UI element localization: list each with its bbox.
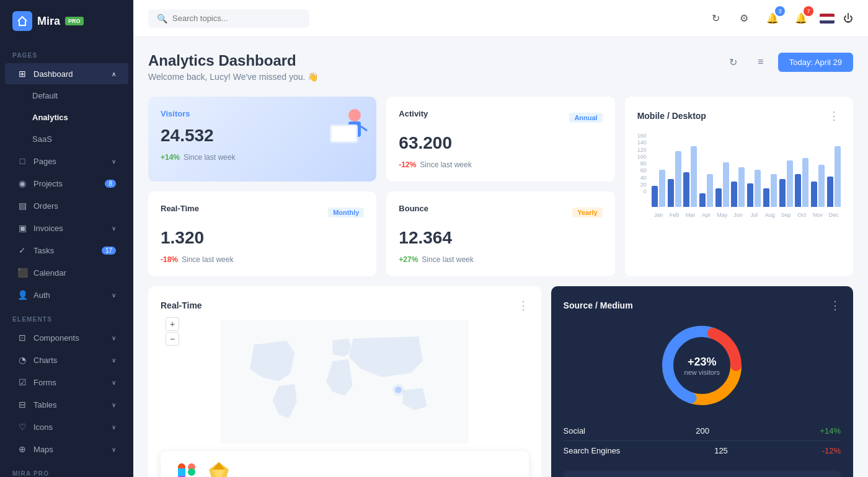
sidebar-item-pages[interactable]: □ Pages ∨	[5, 151, 128, 172]
chart-menu-button[interactable]: ⋮	[828, 109, 841, 123]
svg-point-0	[348, 109, 361, 121]
source-change-social: +14%	[820, 426, 841, 435]
source-row-social: Social 200 +14%	[564, 421, 841, 441]
sync-button[interactable]: ↻	[724, 52, 743, 72]
bar-feb	[667, 151, 681, 207]
orders-icon: ▤	[17, 201, 27, 211]
donut-center: +23% new visitors	[684, 356, 720, 376]
sidebar-label-maps: Maps	[33, 445, 53, 454]
tech-logos-dark: NEXT.js TS JS	[564, 470, 841, 477]
zoom-in-button[interactable]: +	[166, 317, 179, 331]
search-box[interactable]: 🔍	[148, 9, 309, 28]
sidebar-item-auth[interactable]: 👤 Auth ∨	[5, 284, 128, 305]
chevron-icon-auth: ∨	[112, 292, 116, 299]
components-icon: ⊡	[17, 333, 27, 343]
source-table: Social 200 +14% Search Engines 125 -12%	[564, 421, 841, 460]
realtime-label: Real-Time	[161, 204, 199, 213]
refresh-button[interactable]: ↻	[706, 9, 725, 28]
power-button[interactable]: ⏻	[843, 13, 853, 24]
sidebar-item-projects[interactable]: ◉ Projects 8	[5, 173, 128, 194]
page-header: Analytics Dashboard Welcome back, Lucy! …	[148, 52, 853, 82]
sidebar-item-invoices[interactable]: ▣ Invoices ∨	[5, 217, 128, 239]
sidebar-item-icons[interactable]: ♡ Icons ∨	[5, 416, 128, 437]
bar-may	[715, 162, 729, 207]
svg-point-8	[392, 384, 404, 396]
map-menu-button[interactable]: ⋮	[518, 299, 529, 312]
realtime-change-text: Since last week	[182, 255, 233, 264]
sidebar-label-charts: Charts	[33, 356, 57, 365]
page-header-actions: ↻ ≡ Today: April 29	[724, 52, 853, 72]
app-name: Mira	[37, 15, 60, 28]
bar-sep	[779, 160, 793, 207]
chevron-icon-charts: ∨	[112, 357, 116, 364]
sidebar-item-charts[interactable]: ◔ Charts ∨	[5, 349, 128, 370]
sidebar-item-saas[interactable]: SaaS	[5, 129, 128, 149]
chevron-icon-pages: ∨	[112, 158, 116, 165]
activity-card: Activity Annual 63.200 -12% Since last w…	[386, 97, 614, 182]
realtime-map-card: Real-Time ⋮ + −	[148, 286, 541, 477]
sidebar-item-orders[interactable]: ▤ Orders	[5, 195, 128, 216]
sidebar-label-tables: Tables	[33, 400, 57, 409]
x-label-sep: Sep	[779, 209, 793, 218]
visitors-footer: +14% Since last week	[161, 153, 364, 162]
sidebar-item-tasks[interactable]: ✓ Tasks 17	[5, 240, 128, 261]
activity-badge: Annual	[569, 113, 602, 123]
source-menu-button[interactable]: ⋮	[830, 299, 841, 312]
alerts-button[interactable]: 🔔 7	[791, 9, 811, 28]
elements-section-label: ELEMENTS	[0, 306, 133, 326]
bounce-label: Bounce	[399, 204, 428, 213]
svg-line-3	[361, 126, 367, 131]
chevron-icon-maps: ∨	[112, 446, 116, 453]
maps-icon: ⊕	[17, 444, 27, 454]
realtime-card: Real-Time Monthly 1.320 -18% Since last …	[148, 191, 376, 276]
filter-icon: ⚙	[740, 12, 748, 24]
sidebar-item-tables[interactable]: ⊟ Tables ∨	[5, 394, 128, 415]
bounce-value: 12.364	[399, 228, 602, 248]
sidebar-label-auth: Auth	[33, 291, 50, 300]
sketch-logo	[208, 461, 230, 477]
activity-change-text: Since last week	[420, 160, 471, 169]
svg-rect-12	[178, 468, 185, 476]
pages-section-label: PAGES	[0, 42, 133, 63]
bar-jul	[747, 170, 761, 207]
sidebar-item-analytics[interactable]: Analytics	[5, 107, 128, 128]
sidebar-item-components[interactable]: ⊡ Components ∨	[5, 327, 128, 348]
sidebar-item-default[interactable]: Default	[5, 85, 128, 106]
bounce-footer: +27% Since last week	[399, 255, 602, 264]
bar-chart-card: Mobile / Desktop ⋮ 160140120100806040200	[625, 97, 853, 276]
sidebar-item-dashboard[interactable]: ⊞ Dashboard ∧	[5, 63, 128, 84]
sidebar-label-dashboard: Dashboard	[33, 69, 73, 79]
sidebar-logo[interactable]: Mira PRO	[0, 0, 133, 42]
donut-wrapper: +23% new visitors	[658, 322, 745, 409]
x-label-dec: Dec	[826, 209, 841, 218]
pro-badge: PRO	[65, 17, 84, 25]
sidebar-item-forms[interactable]: ☑ Forms ∨	[5, 372, 128, 393]
source-change-search: -12%	[822, 446, 841, 455]
map-controls: + −	[166, 317, 179, 346]
sidebar-item-calendar[interactable]: ⬛ Calendar	[5, 262, 128, 283]
forms-icon: ☑	[17, 377, 27, 387]
sidebar-label-calendar: Calendar	[33, 268, 66, 278]
sidebar-item-maps[interactable]: ⊕ Maps ∨	[5, 439, 128, 460]
x-label-jun: Jun	[731, 209, 745, 218]
logo-icon	[12, 11, 32, 31]
source-value-search: 125	[714, 446, 728, 455]
settings-button[interactable]: ≡	[751, 52, 771, 72]
x-label-nov: Nov	[811, 209, 825, 218]
bar-apr	[699, 174, 714, 207]
notifications-button[interactable]: 🔔 3	[763, 9, 782, 28]
map-card-header: Real-Time ⋮	[161, 299, 529, 312]
sidebar-label-saas: SaaS	[32, 134, 52, 144]
x-label-jan: Jan	[652, 209, 666, 218]
today-button[interactable]: Today: April 29	[778, 53, 853, 72]
zoom-out-button[interactable]: −	[166, 332, 179, 346]
content-area: Analytics Dashboard Welcome back, Lucy! …	[133, 37, 868, 477]
visitors-card: Visitors 24.532 +14% Since last week	[148, 97, 376, 182]
filter-button[interactable]: ⚙	[734, 9, 754, 28]
search-input[interactable]	[172, 14, 296, 23]
bounce-card: Bounce Yearly 12.364 +27% Since last wee…	[386, 191, 614, 276]
source-name-social: Social	[564, 426, 585, 435]
language-flag[interactable]	[820, 14, 835, 24]
bars-container	[652, 133, 841, 207]
bar-jan	[652, 170, 666, 207]
